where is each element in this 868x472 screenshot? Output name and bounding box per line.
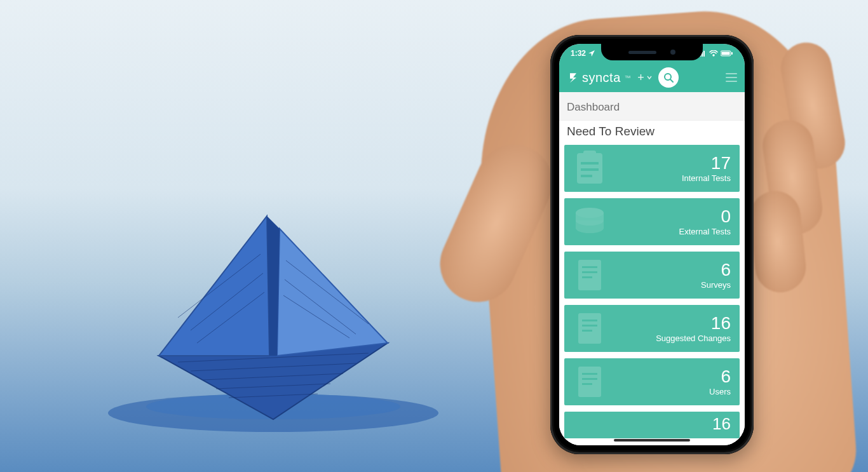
plus-icon: + [637,71,644,84]
svg-line-7 [191,363,356,371]
svg-marker-2 [159,343,388,419]
search-icon [663,72,674,83]
hero-paper-boat [0,0,445,472]
home-indicator [614,439,690,442]
svg-rect-20 [703,51,705,57]
card-partial[interactable]: 16 [564,412,740,438]
phone-screen: 1:32 syncta™ + [559,44,745,445]
svg-rect-36 [578,313,601,344]
app-header: syncta™ + [559,63,745,92]
svg-rect-38 [582,325,597,327]
form-icon [569,308,610,349]
svg-marker-3 [159,216,269,356]
brand-mark-icon [567,71,580,84]
svg-rect-43 [582,383,592,385]
app-content: Dashboard Need To Review 17 Internal Tes… [559,92,745,445]
card-label: Internal Tests [682,173,731,183]
card-value: 17 [682,154,731,172]
brand-logo[interactable]: syncta™ [567,71,631,85]
svg-rect-40 [578,367,601,397]
card-label: Suggested Changes [656,334,731,343]
page-title: Dashboard [559,92,745,120]
card-label: External Tests [679,227,731,236]
svg-line-12 [191,273,263,330]
card-value: 0 [679,208,731,226]
svg-line-10 [229,394,318,398]
svg-rect-28 [581,162,599,165]
card-value: 6 [709,368,731,386]
svg-rect-29 [581,168,599,171]
svg-marker-5 [267,216,280,356]
chevron-down-icon [647,75,652,80]
svg-line-15 [197,292,264,343]
svg-point-1 [146,394,400,419]
svg-rect-22 [722,52,730,55]
phone-notch [601,44,703,60]
card-users[interactable]: 6 Users [564,358,740,405]
svg-line-16 [283,295,349,338]
svg-point-0 [108,394,438,432]
svg-rect-35 [582,276,592,278]
svg-line-14 [285,280,356,334]
card-value: 16 [712,415,731,432]
phone-frame: 1:32 syncta™ + [550,35,754,454]
svg-line-11 [178,254,261,318]
card-internal-tests[interactable]: 17 Internal Tests [564,145,740,192]
svg-rect-41 [582,373,597,375]
svg-line-8 [203,374,343,380]
svg-line-9 [216,384,330,389]
card-suggested-changes[interactable]: 16 Suggested Changes [564,305,740,352]
svg-line-6 [178,353,369,362]
status-time: 1:32 [571,49,586,58]
svg-rect-32 [578,260,601,290]
location-icon [588,50,595,57]
form-icon [569,361,610,402]
review-cards: 17 Internal Tests 0 External Tests 6 [559,145,745,445]
svg-line-25 [670,79,673,82]
brand-name: syncta [582,71,621,85]
clipboard-icon [569,148,610,189]
menu-button[interactable] [726,73,737,82]
svg-rect-37 [582,320,597,321]
svg-rect-34 [582,271,597,273]
battery-icon [721,50,733,57]
card-surveys[interactable]: 6 Surveys [564,252,740,299]
svg-rect-30 [581,175,592,177]
section-title: Need To Review [559,120,745,145]
add-new-dropdown[interactable]: + [637,71,652,84]
card-label: Users [709,387,731,396]
svg-line-13 [286,260,369,324]
card-value: 6 [701,261,731,279]
wifi-icon [709,50,718,57]
svg-rect-27 [583,151,596,157]
card-label: Surveys [701,280,731,290]
stack-icon [569,201,610,242]
svg-rect-23 [731,52,733,55]
form-icon [569,255,610,295]
card-external-tests[interactable]: 0 External Tests [564,198,740,245]
svg-rect-33 [582,266,597,268]
svg-rect-42 [582,378,597,380]
search-button[interactable] [658,67,679,88]
svg-marker-4 [277,229,388,356]
svg-rect-39 [582,330,592,332]
card-value: 16 [656,314,731,332]
